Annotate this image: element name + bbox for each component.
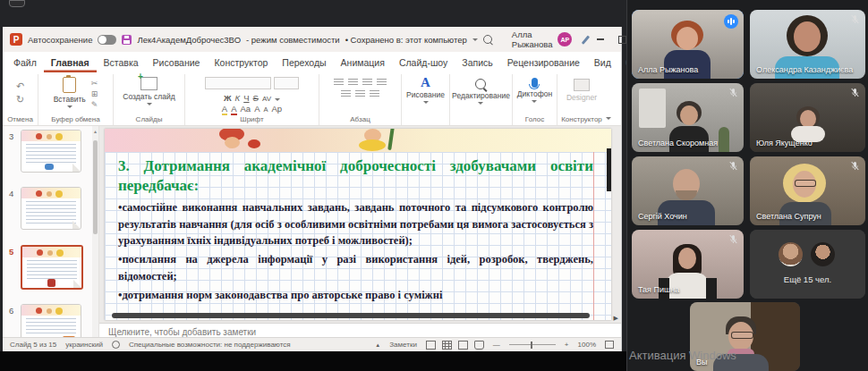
shrink-font-button[interactable]: А [264,105,268,114]
active-speaker-icon [724,14,738,29]
slide-thumbnail-3[interactable] [21,130,81,173]
minimize-button[interactable] [597,38,604,39]
ribbon-group-draw: A Рисование [402,74,450,125]
new-slide-button[interactable]: Создать слайд [123,77,174,105]
clear-format-button[interactable]: Ap [272,104,283,114]
document-title: Лек4АкадемДоброчес3ВО [137,35,241,45]
tab-review[interactable]: Рецензирование [500,54,587,72]
notes-toggle-label[interactable]: Заметки [389,341,417,349]
editing-button[interactable]: Редактирование [452,77,510,105]
tab-record[interactable]: Запись [455,54,499,72]
participant-name: Светлана Скоромная [638,139,718,148]
thumbnail-scrollbar[interactable]: ▴ [92,126,98,337]
horizontal-scrollbar[interactable] [112,313,590,318]
account-name[interactable]: Алла Рыжанова [512,30,553,49]
powerpoint-window: P Автосохранение Лек4АкадемДоброчес3ВО -… [3,27,622,351]
participant-tile-sergiy[interactable]: Сергій Хочин [632,156,744,225]
numbering-icon[interactable] [348,79,358,87]
columns-icon[interactable] [370,90,379,98]
tab-slideshow[interactable]: Слайд-шоу [392,54,455,72]
titlebar: P Автосохранение Лек4АкадемДоброчес3ВО -… [3,27,621,52]
cut-icon[interactable]: ✂ [91,79,98,88]
char-spacing-button[interactable]: AV [262,95,271,103]
grow-font-button[interactable]: А [254,104,260,114]
font-color-button[interactable]: А [231,104,236,115]
ink-pen-icon[interactable] [582,35,590,44]
underline-button[interactable]: Ч [243,93,249,103]
ribbon-collapse-button[interactable] [606,74,620,125]
copy-icon[interactable]: ⊞ [91,89,98,98]
slide-body: 3. Дотримання академічної доброчесності … [105,152,611,320]
redo-icon[interactable]: ↻ [16,94,24,105]
participant-tile-yulia[interactable]: Юля Якущенко [750,83,865,152]
tab-file[interactable]: Файл [6,54,44,72]
slide-bullet: •дотримання норм законодавства про автор… [118,287,593,304]
language-indicator[interactable]: украинский [65,341,103,349]
participant-tile-alla[interactable]: Алла Рыжанова [632,10,744,79]
format-painter-icon[interactable]: ✎ [91,100,98,109]
slideshow-icon[interactable] [474,341,484,350]
line-spacing-icon[interactable] [377,79,387,87]
save-icon[interactable] [122,35,132,45]
autosave-toggle[interactable] [98,35,116,45]
more-participants-tile[interactable]: Ещё 15 чел. [750,230,865,299]
indent-icon[interactable] [362,79,372,87]
slide-thumbnail-6[interactable] [21,304,81,337]
reading-view-icon[interactable] [458,341,468,350]
zoom-in-icon[interactable]: + [565,341,569,349]
search-icon[interactable] [483,35,492,44]
align-left-icon[interactable] [341,90,351,98]
ribbon: ↶ ↻ Отмена Вставить ✂ ⊞ ✎ [3,74,621,126]
paste-button[interactable]: Вставить [54,77,86,108]
bullets-icon[interactable] [334,79,344,87]
slide-bullet: •самостійне виконання навчальних завдань… [118,199,593,249]
highlight-button[interactable]: А [222,104,227,115]
font-size-box[interactable] [274,77,299,89]
status-bar: Слайд 5 из 15 украинский Специальные воз… [3,337,621,351]
accessibility-status[interactable]: Специальные возможности: не поддерживают… [129,341,291,349]
notes-toggle-icon[interactable]: ▲ [375,342,380,348]
participant-tile-svetlana-su[interactable]: Светлана Супрун [750,156,865,225]
zoom-out-icon[interactable]: — [493,341,500,349]
zoom-level[interactable]: 100% [578,341,596,349]
scroll-up-icon[interactable]: ▴ [92,128,98,134]
strikethrough-button[interactable]: S [253,93,259,103]
change-case-button[interactable]: Aa [241,104,251,114]
align-center-icon[interactable] [355,90,365,98]
participant-tile-taya[interactable]: Тая Пишна [632,230,744,299]
account-avatar[interactable]: АР [557,32,572,46]
floating-toolbar-handle[interactable] [9,0,25,7]
draw-button[interactable]: A Рисование [406,77,445,104]
participant-tile-oleksandra[interactable]: Олександра Казанджиєва [750,10,865,79]
slide-sorter-icon[interactable] [442,341,452,350]
normal-view-icon[interactable] [426,341,436,350]
title-dropdown-icon[interactable] [472,38,478,41]
slide-thumbnail-4[interactable] [21,187,81,230]
slide[interactable]: 3. Дотримання академічної доброчесності … [105,129,611,320]
tab-home[interactable]: Главная [44,54,97,72]
zoom-slider[interactable] [509,344,556,345]
bold-button[interactable]: Ж [224,93,232,103]
font-name-box[interactable] [205,77,271,89]
scroll-right-icon[interactable]: ▶ [614,315,618,322]
tab-animations[interactable]: Анимация [334,54,392,72]
maximize-button[interactable] [618,36,626,44]
accessibility-icon [112,341,120,349]
italic-button[interactable]: К [235,93,241,103]
tab-insert[interactable]: Вставка [97,54,146,72]
thumb-number: 6 [9,306,13,316]
tab-transitions[interactable]: Переходы [275,54,333,72]
tab-design[interactable]: Конструктор [207,54,275,72]
fit-to-window-icon[interactable] [605,341,614,349]
microphone-icon [532,78,538,88]
designer-button[interactable]: Designer [566,77,597,102]
tab-draw[interactable]: Рисование [146,54,208,72]
dictate-button[interactable]: Диктофон [517,77,552,103]
tab-view[interactable]: Вид [587,54,618,72]
undo-icon[interactable]: ↶ [16,80,24,91]
slide-counter: Слайд 5 из 15 [10,341,56,349]
participant-tile-svetlana-s[interactable]: Светлана Скоромная [632,83,744,152]
slide-thumbnail-5-selected[interactable] [21,245,83,290]
participant-grid: Алла Рыжанова Олександра Казанджиєва Све… [626,0,868,371]
vertical-scrollbar[interactable] [607,148,611,191]
